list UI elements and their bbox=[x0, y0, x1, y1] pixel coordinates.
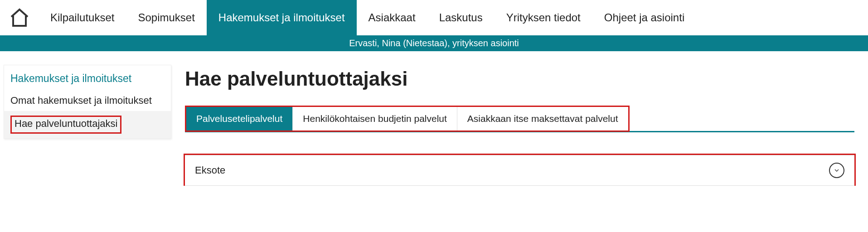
main-content: Hae palveluntuottajaksi Palvelusetelipal… bbox=[171, 65, 868, 186]
sidebar-header: Hakemukset ja ilmoitukset bbox=[4, 65, 171, 90]
nav-ohjeet[interactable]: Ohjeet ja asiointi bbox=[592, 0, 696, 35]
sidebar: Hakemukset ja ilmoitukset Omat hakemukse… bbox=[4, 65, 171, 139]
tab-palvelusetelipalvelut[interactable]: Palvelusetelipalvelut bbox=[186, 107, 293, 130]
tabs-highlight: Palvelusetelipalvelut Henkilökohtaisen b… bbox=[185, 106, 630, 132]
nav-sopimukset[interactable]: Sopimukset bbox=[126, 0, 206, 35]
chevron-down-icon bbox=[829, 163, 844, 178]
sidebar-item-omat-hakemukset[interactable]: Omat hakemukset ja ilmoitukset bbox=[4, 90, 171, 111]
nav-laskutus[interactable]: Laskutus bbox=[427, 0, 495, 35]
user-context-bar: Ervasti, Nina (Nietestaa), yrityksen asi… bbox=[0, 35, 868, 51]
home-icon[interactable] bbox=[0, 0, 39, 35]
nav-asiakkaat[interactable]: Asiakkaat bbox=[357, 0, 427, 35]
tab-asiakkaan-itse-maksettavat[interactable]: Asiakkaan itse maksettavat palvelut bbox=[457, 107, 628, 130]
accordion-label: Eksote bbox=[195, 164, 225, 176]
tabs: Palvelusetelipalvelut Henkilökohtaisen b… bbox=[186, 107, 628, 130]
sidebar-item-hae-palveluntuottajaksi[interactable]: Hae palveluntuottajaksi bbox=[4, 111, 171, 138]
sidebar-item-label: Hae palveluntuottajaksi bbox=[10, 116, 121, 134]
accordion-eksote[interactable]: Eksote bbox=[185, 155, 854, 186]
top-nav: Kilpailutukset Sopimukset Hakemukset ja … bbox=[0, 0, 868, 35]
nav-kilpailutukset[interactable]: Kilpailutukset bbox=[39, 0, 126, 35]
page-title: Hae palveluntuottajaksi bbox=[185, 68, 854, 90]
tab-henkilokohtaisen-budjetin[interactable]: Henkilökohtaisen budjetin palvelut bbox=[293, 107, 457, 130]
nav-yrityksen-tiedot[interactable]: Yrityksen tiedot bbox=[495, 0, 592, 35]
nav-hakemukset[interactable]: Hakemukset ja ilmoitukset bbox=[207, 0, 357, 35]
